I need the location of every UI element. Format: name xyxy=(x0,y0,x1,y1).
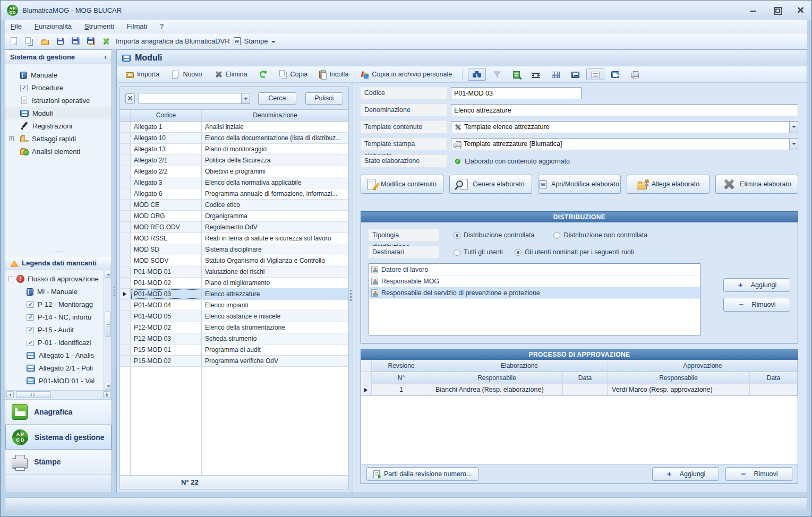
moduli-toolbar-button[interactable] xyxy=(254,68,272,81)
toolbar-icon-button[interactable] xyxy=(23,36,35,47)
table-row[interactable]: P01-MOD 04 Elenco impianti xyxy=(120,300,348,311)
moduli-toolbar-button[interactable]: Copia in archivio personale xyxy=(355,68,457,81)
pulisci-button[interactable]: Pulisci xyxy=(305,92,343,105)
aggiungi-revisione-button[interactable]: Aggiungi xyxy=(652,467,719,481)
sidebar-tree-item[interactable]: Registrazioni xyxy=(5,119,112,132)
legend-horizontal-scrollbar[interactable] xyxy=(5,390,112,399)
header-responsabile-elab[interactable]: Responsabile xyxy=(431,372,563,384)
template-stampa-select[interactable]: Template attrezzature [Blumatica] xyxy=(451,138,798,150)
header-data-appr[interactable]: Data xyxy=(750,372,798,384)
approvazione-row[interactable]: 1 Bianchi Andrea (Resp. elaborazione) Ve… xyxy=(361,384,798,396)
combo-dropdown-icon[interactable] xyxy=(241,93,250,104)
scroll-up-icon[interactable] xyxy=(105,271,111,278)
legend-tree-item[interactable]: P-12 - Monitoragg xyxy=(5,298,104,311)
column-header-codice[interactable]: Codice xyxy=(131,110,202,121)
radio-icon[interactable] xyxy=(454,249,460,256)
moduli-toolbar-button[interactable]: Copia xyxy=(275,68,313,81)
toolbar-icon-button[interactable] xyxy=(85,36,97,47)
table-row[interactable]: P15-MOD 01 Programma di audit xyxy=(120,344,348,356)
action-button[interactable]: Modifica contenuto xyxy=(361,175,443,194)
action-button[interactable]: Allega elaborato xyxy=(627,175,710,194)
table-row[interactable]: Allegato 1 Analisi inziale xyxy=(120,122,348,133)
menu-item[interactable]: Strumenti xyxy=(79,20,120,32)
grid-tool-button[interactable] xyxy=(488,68,506,81)
grid-tool-button[interactable] xyxy=(586,68,604,80)
close-icon[interactable] xyxy=(796,6,805,14)
table-row[interactable]: Allegato 6 Programma annuale di formazio… xyxy=(120,188,348,200)
menu-item[interactable]: File xyxy=(5,20,28,32)
table-row[interactable]: P01-MOD 01 Valutazione dei rischi xyxy=(120,266,348,278)
toolbar-icon-button[interactable] xyxy=(100,36,112,47)
legend-root-item[interactable]: Flusso di approvazione xyxy=(5,272,104,285)
header-numero[interactable]: N° xyxy=(372,372,431,384)
scroll-right-icon[interactable] xyxy=(103,391,110,398)
rimuovi-role-button[interactable]: Rimuovi xyxy=(723,298,790,312)
dropdown-arrow-icon[interactable] xyxy=(789,139,798,150)
table-row[interactable]: Allegato 13 Piano di monitoraggio xyxy=(120,144,348,155)
header-responsabile-appr[interactable]: Responsabile xyxy=(608,372,750,384)
legend-tree-item[interactable]: P-15 - Audit xyxy=(5,323,104,336)
menu-item[interactable]: Filmati xyxy=(121,20,153,32)
list-item-role[interactable]: Responsabile del servizio di prevenzione… xyxy=(369,287,700,299)
maximize-icon[interactable] xyxy=(772,6,782,14)
template-contenuto-select[interactable]: Template elenco attrezzature xyxy=(451,121,798,133)
table-row[interactable]: Allegato 2/1 Politica della Sicurezza xyxy=(120,155,348,166)
table-row[interactable]: Allegato 2/2 Obiettivi e programmi xyxy=(120,166,348,177)
moduli-toolbar-button[interactable]: Nuovo xyxy=(166,68,207,81)
aggiungi-role-button[interactable]: Aggiungi xyxy=(723,278,790,292)
header-revisione[interactable]: Revsione xyxy=(372,360,431,372)
scroll-left-icon[interactable] xyxy=(6,391,14,398)
radio-option[interactable]: Distribuzione non controllata xyxy=(553,231,647,239)
moduli-toolbar-button[interactable]: Elimina xyxy=(209,68,252,81)
clear-search-button[interactable] xyxy=(125,93,135,104)
table-row[interactable]: MOD REG ODV Regolamento OdV xyxy=(120,222,348,233)
radio-option[interactable]: Distribuzione controllata xyxy=(454,231,534,239)
legend-tree-item[interactable]: Allegato 1 - Analis xyxy=(5,349,104,361)
nav-item[interactable]: Sistema di gestione xyxy=(5,425,112,450)
sidebar-tree-item[interactable]: Procedure xyxy=(5,81,112,94)
moduli-toolbar-button[interactable]: Importa xyxy=(121,68,164,80)
legend-tree-item[interactable]: P-01 - Identificazi xyxy=(5,336,104,349)
cerca-button[interactable]: Cerca xyxy=(258,92,296,105)
legend-tree-item[interactable]: Allegato 2/1 - Poli xyxy=(5,361,104,374)
radio-icon[interactable] xyxy=(553,232,560,239)
importa-anagrafica-button[interactable]: Importa anagrafica da BlumaticaDVR xyxy=(116,37,230,45)
legend-vertical-scrollbar[interactable] xyxy=(104,270,112,390)
radio-option[interactable]: Gli utenti nominati per i seguenti ruoli xyxy=(515,248,634,256)
header-elaborazione[interactable]: Elaborazione xyxy=(431,360,608,372)
grid-tool-button[interactable] xyxy=(508,68,525,81)
action-button[interactable]: Genera elaborato xyxy=(449,175,532,194)
table-row[interactable]: P01-MOD 03 Elenco attrezzature xyxy=(120,289,348,300)
scrollbar-thumb[interactable] xyxy=(16,391,51,398)
toolbar-icon-button[interactable] xyxy=(54,36,66,47)
nav-item[interactable]: Stampe xyxy=(5,450,112,475)
legend-tree-item[interactable]: P01-MOD 01 - Val xyxy=(5,374,104,387)
sidebar-tree-item[interactable]: Istruzioni operative xyxy=(5,94,112,107)
grid-tool-button[interactable] xyxy=(567,68,584,80)
toolbar-icon-button[interactable] xyxy=(8,36,20,47)
header-data-elab[interactable]: Data xyxy=(563,372,608,384)
grid-tool-button[interactable] xyxy=(606,68,624,80)
moduli-toolbar-button[interactable]: Incolla xyxy=(314,68,353,81)
parti-revisione-button[interactable]: Parti dalla revisione numero... xyxy=(366,467,478,481)
menu-item[interactable]: Funzionalità xyxy=(29,20,78,32)
stampe-menu-button[interactable]: Stampe xyxy=(244,37,268,45)
dropdown-arrow-icon[interactable] xyxy=(789,122,798,133)
legend-tree-item[interactable]: P-14 - NC, infortu xyxy=(5,311,104,323)
radio-option[interactable]: Tutti gli utenti xyxy=(454,248,503,256)
collapse-chevron-icon[interactable]: ‹ xyxy=(104,53,107,61)
grid-tool-button[interactable] xyxy=(527,69,545,80)
toolbar-icon-button[interactable] xyxy=(70,36,81,47)
codice-field[interactable] xyxy=(451,87,582,99)
table-row[interactable]: P15-MOD 02 Programma verifiche OdV xyxy=(120,356,348,367)
header-approvazione[interactable]: Approvazione xyxy=(608,360,798,372)
denominazione-field[interactable] xyxy=(451,104,798,116)
vertical-splitter[interactable] xyxy=(112,49,116,493)
expander-icon[interactable] xyxy=(8,277,13,281)
table-row[interactable]: MOD ORG Organigramma xyxy=(120,211,348,222)
scroll-down-icon[interactable] xyxy=(105,383,111,390)
legend-tree-item[interactable]: MI - Manuale xyxy=(5,285,104,298)
nav-item[interactable]: Anagrafica xyxy=(5,400,112,425)
table-row[interactable]: Allegato 10 Elenco della documentazione … xyxy=(120,133,348,144)
sidebar-tree-item[interactable]: Manuale xyxy=(5,68,112,81)
